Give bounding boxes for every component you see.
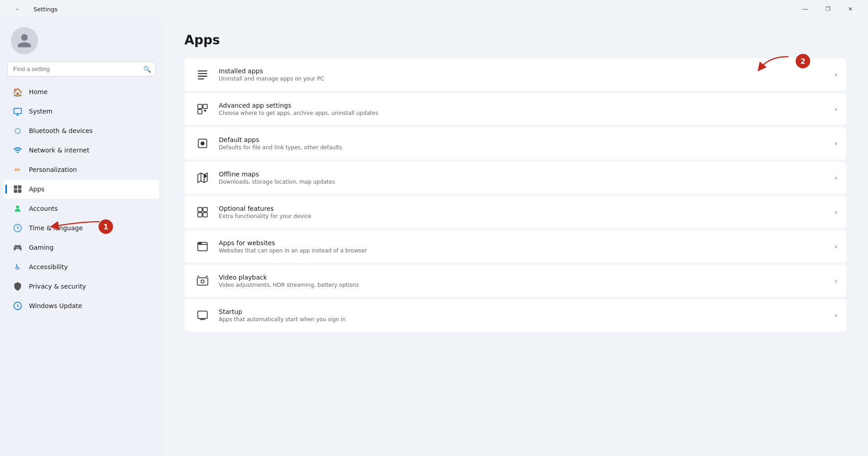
apps-websites-chevron: ›	[835, 243, 837, 250]
setting-default-apps[interactable]: Default apps Defaults for file and link …	[184, 127, 846, 160]
optional-features-chevron: ›	[835, 209, 837, 216]
avatar	[11, 27, 38, 54]
sidebar-item-personalization[interactable]: ✏️ Personalization	[4, 160, 159, 179]
sidebar: 🔍 🏠 Home System	[0, 18, 163, 456]
sidebar-item-privacy[interactable]: Privacy & security	[4, 277, 159, 296]
apps-websites-icon	[193, 238, 212, 256]
system-icon	[13, 106, 23, 116]
gaming-icon: 🎮	[13, 242, 23, 252]
restore-button[interactable]: ❐	[817, 2, 838, 16]
sidebar-item-accessibility-label: Accessibility	[29, 263, 68, 271]
svg-rect-6	[18, 190, 22, 193]
close-button[interactable]: ✕	[840, 2, 861, 16]
accessibility-icon: ♿	[13, 262, 23, 272]
setting-optional-features[interactable]: Optional features Extra functionality fo…	[184, 196, 846, 228]
sidebar-item-privacy-label: Privacy & security	[29, 283, 86, 290]
optional-features-text: Optional features Extra functionality fo…	[219, 205, 829, 219]
installed-apps-desc: Uninstall and manage apps on your PC	[219, 76, 829, 82]
default-apps-title: Default apps	[219, 136, 829, 143]
apps-websites-text: Apps for websites Websites that can open…	[219, 239, 829, 254]
svg-rect-0	[14, 108, 22, 114]
startup-chevron: ›	[835, 312, 837, 319]
svg-rect-23	[198, 213, 202, 217]
svg-point-7	[16, 205, 19, 209]
setting-video-playback[interactable]: Video playback Video adjustments, HDR st…	[184, 265, 846, 297]
video-playback-desc: Video adjustments, HDR streaming, batter…	[219, 282, 829, 288]
bluetooth-icon: ⬡	[13, 126, 23, 136]
optional-features-desc: Extra functionality for your device	[219, 213, 829, 219]
setting-offline-maps[interactable]: Offline maps Downloads, storage location…	[184, 162, 846, 194]
startup-text: Startup Apps that automatically start wh…	[219, 308, 829, 323]
svg-rect-22	[203, 208, 207, 212]
main-content: Apps Installed apps Uninstall and manage…	[163, 18, 868, 456]
sidebar-item-bluetooth-label: Bluetooth & devices	[29, 127, 93, 134]
app-container: 🔍 🏠 Home System	[0, 18, 868, 456]
sidebar-item-accessibility[interactable]: ♿ Accessibility	[4, 257, 159, 276]
sidebar-item-gaming[interactable]: 🎮 Gaming	[4, 238, 159, 257]
setting-advanced-app[interactable]: Advanced app settings Choose where to ge…	[184, 93, 846, 125]
sidebar-item-update[interactable]: Windows Update	[4, 296, 159, 315]
search-icon: 🔍	[143, 66, 151, 73]
optional-features-icon	[193, 203, 212, 221]
apps-icon	[13, 184, 23, 194]
sidebar-item-time[interactable]: Time & language	[4, 218, 159, 238]
svg-rect-13	[198, 78, 204, 79]
sidebar-item-apps-label: Apps	[29, 185, 45, 193]
advanced-app-chevron: ›	[835, 105, 837, 113]
offline-maps-text: Offline maps Downloads, storage location…	[219, 171, 829, 185]
annotation-badge-2: 2	[796, 54, 810, 68]
installed-apps-title: Installed apps	[219, 67, 829, 75]
sidebar-item-accounts-label: Accounts	[29, 205, 58, 212]
default-apps-chevron: ›	[835, 140, 837, 147]
search-input[interactable]	[7, 62, 156, 76]
svg-point-29	[201, 280, 204, 283]
offline-maps-chevron: ›	[835, 174, 837, 181]
settings-list: Installed apps Uninstall and manage apps…	[184, 58, 846, 332]
installed-apps-chevron: ›	[835, 71, 837, 78]
sidebar-item-network[interactable]: Network & internet	[4, 141, 159, 160]
startup-icon	[193, 306, 212, 324]
sidebar-item-update-label: Windows Update	[29, 302, 82, 309]
svg-rect-17	[198, 109, 202, 114]
apps-websites-desc: Websites that can open in an app instead…	[219, 247, 829, 254]
startup-title: Startup	[219, 308, 829, 315]
svg-point-26	[199, 243, 200, 244]
default-apps-desc: Defaults for file and link types, other …	[219, 144, 829, 151]
setting-startup[interactable]: Startup Apps that automatically start wh…	[184, 299, 846, 332]
sidebar-item-bluetooth[interactable]: ⬡ Bluetooth & devices	[4, 121, 159, 140]
svg-rect-4	[18, 185, 22, 189]
personalization-icon: ✏️	[13, 165, 23, 175]
svg-rect-12	[198, 76, 208, 76]
back-button[interactable]: ←	[7, 2, 28, 16]
setting-apps-websites[interactable]: Apps for websites Websites that can open…	[184, 230, 846, 263]
title-bar-left: ← Settings	[7, 2, 57, 16]
optional-features-title: Optional features	[219, 205, 829, 212]
svg-rect-21	[198, 208, 202, 212]
app-title: Settings	[33, 6, 57, 13]
advanced-app-icon	[193, 100, 212, 118]
advanced-app-desc: Choose where to get apps, archive apps, …	[219, 110, 829, 116]
svg-point-20	[204, 175, 207, 177]
search-box: 🔍	[7, 62, 156, 76]
svg-rect-16	[203, 104, 207, 109]
offline-maps-title: Offline maps	[219, 171, 829, 178]
sidebar-item-system[interactable]: System	[4, 102, 159, 121]
svg-rect-28	[197, 278, 208, 285]
sidebar-item-network-label: Network & internet	[29, 147, 90, 154]
minimize-button[interactable]: —	[795, 2, 816, 16]
apps-websites-title: Apps for websites	[219, 239, 829, 247]
sidebar-item-system-label: System	[29, 108, 52, 115]
update-icon	[13, 301, 23, 311]
svg-point-27	[200, 243, 201, 244]
page-title: Apps	[184, 33, 846, 48]
sidebar-item-home[interactable]: 🏠 Home	[4, 82, 159, 101]
default-apps-icon	[193, 134, 212, 152]
offline-maps-icon	[193, 169, 212, 187]
sidebar-item-accounts[interactable]: Accounts	[4, 199, 159, 218]
home-icon: 🏠	[13, 87, 23, 97]
sidebar-item-time-label: Time & language	[29, 224, 83, 232]
sidebar-item-apps[interactable]: Apps	[4, 180, 159, 199]
privacy-icon	[13, 281, 23, 291]
setting-installed-apps[interactable]: Installed apps Uninstall and manage apps…	[184, 58, 846, 91]
offline-maps-desc: Downloads, storage location, map updates	[219, 179, 829, 185]
